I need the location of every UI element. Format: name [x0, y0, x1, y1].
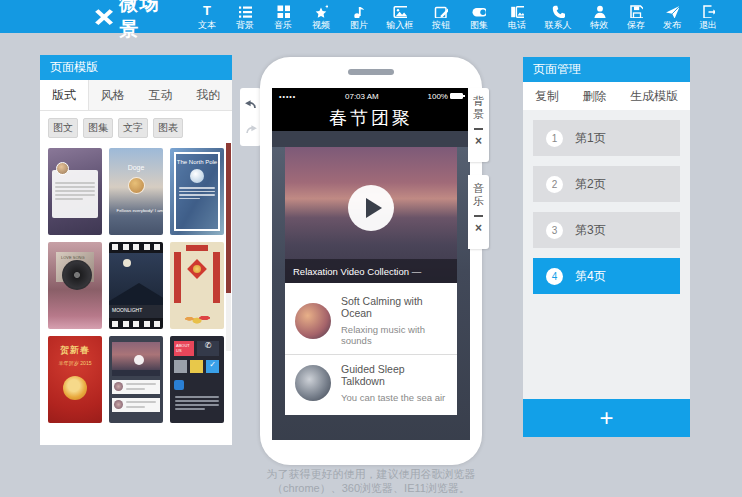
- filter-image-text[interactable]: 图文: [48, 118, 78, 138]
- make-template-button[interactable]: 生成模版: [630, 88, 678, 105]
- template-purple-quote[interactable]: [48, 148, 102, 235]
- tool-video[interactable]: 视频: [302, 2, 340, 32]
- page-number-badge: 2: [546, 176, 563, 193]
- page-number-badge: 4: [546, 268, 563, 285]
- music-side-tab[interactable]: 音乐 ×: [468, 175, 489, 249]
- tool-gallery[interactable]: 图集: [460, 2, 498, 32]
- battery-indicator: 100%: [428, 92, 463, 101]
- close-icon[interactable]: ×: [475, 222, 482, 234]
- battery-icon: [450, 93, 463, 99]
- tool-effects[interactable]: 特效: [580, 2, 618, 32]
- person-icon: [592, 4, 606, 18]
- music-note-icon: [352, 4, 366, 18]
- exit-button[interactable]: 退出: [690, 2, 726, 32]
- tab-style[interactable]: 风格: [89, 80, 137, 110]
- paper-plane-icon: [665, 4, 679, 18]
- tool-music[interactable]: 音乐: [264, 2, 302, 32]
- toolbar-actions: 保存 发布 退出: [618, 2, 726, 32]
- browser-recommendation: 为了获得更好的使用，建议使用谷歌浏览器 （chrome）、360浏览器、IE11…: [0, 467, 742, 495]
- page-row-4-selected[interactable]: 4 第4页: [533, 258, 680, 294]
- tab-layout[interactable]: 版式: [40, 80, 89, 110]
- picture-frame-icon: [510, 4, 524, 18]
- status-bar: ••••• 07:03 AM 100%: [272, 88, 470, 104]
- template-grid: Doge Fellows everybody! I am doge The No…: [40, 142, 232, 429]
- filter-text[interactable]: 文字: [118, 118, 148, 138]
- phone-tile: ✆: [197, 341, 219, 356]
- tool-image[interactable]: 图片: [340, 2, 378, 32]
- close-icon[interactable]: ×: [475, 135, 482, 147]
- toolbar-tools: T 文本 背景 音乐 视频: [188, 2, 618, 32]
- children-illustration: [178, 308, 216, 326]
- template-moonlight[interactable]: MOONLIGHT: [109, 242, 163, 329]
- collapse-handle[interactable]: [474, 128, 483, 130]
- background-side-tab[interactable]: 背景 ×: [468, 88, 489, 162]
- templates-panel: 页面模版 版式 风格 互动 我的 图文 图集 文字 图表 Doge Fellow…: [40, 55, 232, 445]
- template-new-year-couplets[interactable]: [170, 242, 224, 329]
- play-button[interactable]: [348, 185, 394, 231]
- vinyl-record: [62, 260, 92, 290]
- filter-chart[interactable]: 图表: [153, 118, 183, 138]
- pages-actions: 复制 删除 生成模版: [523, 82, 690, 110]
- page-title[interactable]: 春节团聚: [272, 104, 470, 131]
- tool-contacts[interactable]: 联系人: [536, 2, 580, 32]
- mini-play-icon: [134, 355, 144, 365]
- template-doge[interactable]: Doge Fellows everybody! I am doge: [109, 148, 163, 235]
- top-toolbar: 微场景 T 文本 背景 音乐 视频: [0, 0, 742, 33]
- pages-list: 1 第1页 2 第2页 3 第3页 4 第4页: [523, 110, 690, 314]
- page-row-1[interactable]: 1 第1页: [533, 120, 680, 156]
- template-love-song[interactable]: LOVE SONG: [48, 242, 102, 329]
- copy-page-button[interactable]: 复制: [535, 88, 559, 105]
- page-row-3[interactable]: 3 第3页: [533, 212, 680, 248]
- collapse-handle[interactable]: [474, 215, 483, 217]
- status-time: 07:03 AM: [345, 92, 379, 101]
- fu-medallion: [193, 265, 201, 273]
- phone-screen: ••••• 07:03 AM 100% 春节团聚 Relaxation Vide…: [272, 88, 470, 440]
- undo-redo-panel: [240, 88, 261, 146]
- page-number-badge: 3: [546, 222, 563, 239]
- phone-handset-icon: [551, 4, 565, 18]
- video-caption: Relaxation Video Collection —: [285, 259, 457, 283]
- app-title: 微场景: [119, 0, 174, 43]
- video-block[interactable]: Relaxation Video Collection —: [285, 147, 457, 283]
- playlist-item[interactable]: Soft Calming with Ocean Relaxing music w…: [285, 287, 457, 354]
- tool-phone-call[interactable]: 电话: [498, 2, 536, 32]
- delete-page-button[interactable]: 删除: [583, 88, 607, 105]
- page-content: Relaxation Video Collection — Soft Calmi…: [272, 147, 470, 440]
- templates-scrollbar-thumb[interactable]: [226, 143, 231, 293]
- tool-button[interactable]: 按钮: [422, 2, 460, 32]
- app-logo[interactable]: 微场景: [94, 0, 174, 43]
- picture-icon: [393, 4, 407, 18]
- template-he-xin-chun[interactable]: 贺新春 羊年贺岁 2015: [48, 336, 102, 423]
- grid-icon: [276, 4, 290, 18]
- tab-mine[interactable]: 我的: [184, 80, 232, 110]
- template-metro-tiles[interactable]: ABOUT US ✆ ✓: [170, 336, 224, 423]
- star-icon: [314, 4, 328, 18]
- templates-panel-header: 页面模版: [40, 55, 232, 80]
- tool-text[interactable]: T 文本: [188, 2, 226, 32]
- page-row-2[interactable]: 2 第2页: [533, 166, 680, 202]
- tool-input-box[interactable]: 输入框: [378, 2, 422, 32]
- playlist-item[interactable]: Guided Sleep Talkdown You can taste the …: [285, 354, 457, 411]
- logo-x-icon: [94, 8, 114, 26]
- redo-button[interactable]: [244, 123, 258, 137]
- template-video-collection[interactable]: [109, 336, 163, 423]
- undo-button[interactable]: [244, 98, 258, 112]
- page-number-badge: 1: [546, 130, 563, 147]
- list-icon: [238, 4, 252, 18]
- exit-icon: [701, 4, 715, 18]
- pages-panel-header: 页面管理: [523, 57, 690, 82]
- add-page-button[interactable]: +: [523, 399, 690, 437]
- tool-background[interactable]: 背景: [226, 2, 264, 32]
- pages-panel: 页面管理 复制 删除 生成模版 1 第1页 2 第2页 3 第3页 4 第4页 …: [523, 57, 690, 437]
- rocks-thumb: [295, 365, 331, 401]
- publish-button[interactable]: 发布: [654, 2, 690, 32]
- gold-flower: [63, 376, 87, 400]
- save-button[interactable]: 保存: [618, 2, 654, 32]
- tab-interactive[interactable]: 互动: [137, 80, 185, 110]
- phone-preview: ••••• 07:03 AM 100% 春节团聚 Relaxation Vide…: [260, 57, 482, 465]
- templates-scrollbar: [226, 143, 231, 351]
- filter-gallery[interactable]: 图集: [83, 118, 113, 138]
- phone-speaker: [348, 69, 394, 75]
- template-north-pole[interactable]: The North Pole: [170, 148, 224, 235]
- toggle-icon: [472, 4, 486, 18]
